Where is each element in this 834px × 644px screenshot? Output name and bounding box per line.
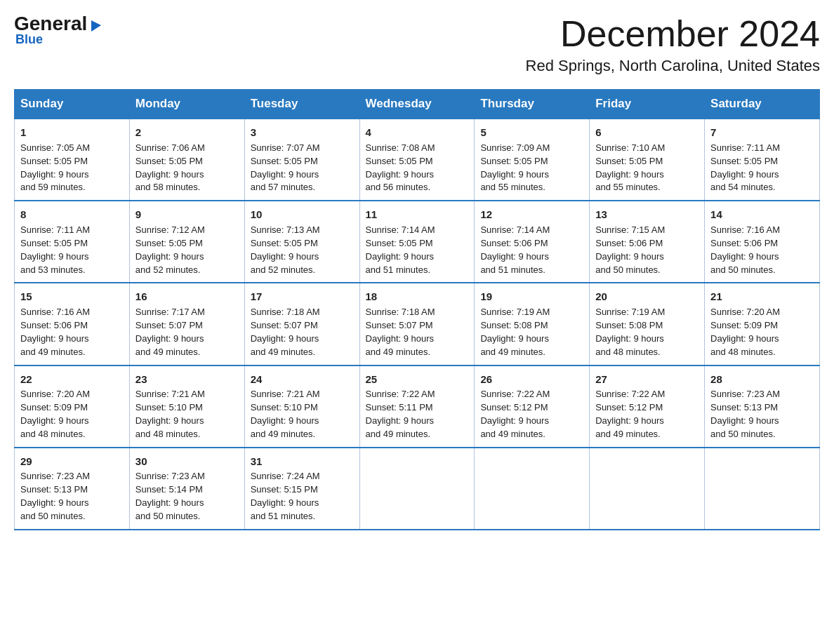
day-number: 30: [135, 454, 239, 469]
calendar-week-row: 22Sunrise: 7:20 AM Sunset: 5:09 PM Dayli…: [15, 365, 820, 448]
day-info: Sunrise: 7:21 AM Sunset: 5:10 PM Dayligh…: [251, 388, 354, 441]
calendar-cell: 11Sunrise: 7:14 AM Sunset: 5:05 PM Dayli…: [359, 201, 475, 283]
day-number: 1: [20, 125, 124, 140]
day-info: Sunrise: 7:15 AM Sunset: 5:06 PM Dayligh…: [595, 224, 699, 276]
calendar-cell: 21Sunrise: 7:20 AM Sunset: 5:09 PM Dayli…: [705, 283, 820, 365]
calendar-cell: [359, 448, 475, 530]
day-info: Sunrise: 7:16 AM Sunset: 5:06 PM Dayligh…: [20, 306, 124, 358]
day-info: Sunrise: 7:09 AM Sunset: 5:05 PM Dayligh…: [480, 142, 583, 194]
day-number: 14: [710, 207, 814, 222]
day-number: 8: [20, 207, 124, 222]
day-info: Sunrise: 7:21 AM Sunset: 5:10 PM Dayligh…: [135, 388, 239, 441]
page-header: General Blue December 2024 Red Springs, …: [14, 14, 820, 75]
day-info: Sunrise: 7:08 AM Sunset: 5:05 PM Dayligh…: [366, 142, 469, 194]
day-number: 4: [366, 125, 469, 140]
calendar-cell: 19Sunrise: 7:19 AM Sunset: 5:08 PM Dayli…: [475, 283, 590, 365]
day-number: 15: [20, 289, 124, 304]
calendar-cell: 23Sunrise: 7:21 AM Sunset: 5:10 PM Dayli…: [129, 365, 244, 448]
day-info: Sunrise: 7:17 AM Sunset: 5:07 PM Dayligh…: [135, 306, 239, 358]
calendar-header-tuesday: Tuesday: [244, 90, 359, 119]
calendar-cell: [475, 448, 590, 530]
logo-general: General: [14, 13, 87, 34]
day-info: Sunrise: 7:05 AM Sunset: 5:05 PM Dayligh…: [20, 142, 124, 194]
day-info: Sunrise: 7:23 AM Sunset: 5:13 PM Dayligh…: [710, 388, 814, 441]
calendar-cell: 12Sunrise: 7:14 AM Sunset: 5:06 PM Dayli…: [475, 201, 590, 283]
day-info: Sunrise: 7:22 AM Sunset: 5:12 PM Dayligh…: [595, 388, 699, 441]
calendar-week-row: 8Sunrise: 7:11 AM Sunset: 5:05 PM Daylig…: [15, 201, 820, 283]
calendar-cell: 26Sunrise: 7:22 AM Sunset: 5:12 PM Dayli…: [475, 365, 590, 448]
day-info: Sunrise: 7:18 AM Sunset: 5:07 PM Dayligh…: [366, 306, 469, 358]
day-number: 5: [480, 125, 583, 140]
logo-text: General: [14, 14, 104, 34]
day-number: 28: [710, 372, 814, 387]
title-section: December 2024 Red Springs, North Carolin…: [526, 14, 820, 75]
day-number: 9: [135, 207, 239, 222]
calendar-cell: 31Sunrise: 7:24 AM Sunset: 5:15 PM Dayli…: [244, 448, 359, 530]
calendar-cell: 24Sunrise: 7:21 AM Sunset: 5:10 PM Dayli…: [244, 365, 359, 448]
calendar-header-wednesday: Wednesday: [359, 90, 475, 119]
month-title: December 2024: [526, 14, 820, 54]
calendar-cell: 25Sunrise: 7:22 AM Sunset: 5:11 PM Dayli…: [359, 365, 475, 448]
calendar-week-row: 15Sunrise: 7:16 AM Sunset: 5:06 PM Dayli…: [15, 283, 820, 365]
calendar-header-thursday: Thursday: [475, 90, 590, 119]
calendar-cell: 30Sunrise: 7:23 AM Sunset: 5:14 PM Dayli…: [129, 448, 244, 530]
day-number: 6: [595, 125, 699, 140]
calendar-header-sunday: Sunday: [15, 90, 130, 119]
day-number: 2: [135, 125, 239, 140]
day-number: 12: [480, 207, 583, 222]
day-number: 10: [251, 207, 354, 222]
day-number: 27: [595, 372, 699, 387]
calendar-cell: 10Sunrise: 7:13 AM Sunset: 5:05 PM Dayli…: [244, 201, 359, 283]
day-number: 7: [710, 125, 814, 140]
day-number: 20: [595, 289, 699, 304]
day-number: 25: [366, 372, 469, 387]
day-info: Sunrise: 7:20 AM Sunset: 5:09 PM Dayligh…: [20, 388, 124, 441]
calendar-cell: 6Sunrise: 7:10 AM Sunset: 5:05 PM Daylig…: [590, 119, 705, 201]
day-number: 11: [366, 207, 469, 222]
logo: General Blue: [14, 14, 104, 47]
calendar-cell: 1Sunrise: 7:05 AM Sunset: 5:05 PM Daylig…: [15, 119, 130, 201]
day-number: 26: [480, 372, 583, 387]
calendar-header-saturday: Saturday: [705, 90, 820, 119]
calendar-week-row: 1Sunrise: 7:05 AM Sunset: 5:05 PM Daylig…: [15, 119, 820, 201]
day-info: Sunrise: 7:07 AM Sunset: 5:05 PM Dayligh…: [251, 142, 354, 194]
logo-sub: Blue: [15, 32, 43, 47]
day-info: Sunrise: 7:14 AM Sunset: 5:05 PM Dayligh…: [366, 224, 469, 276]
day-info: Sunrise: 7:22 AM Sunset: 5:11 PM Dayligh…: [366, 388, 469, 441]
day-info: Sunrise: 7:16 AM Sunset: 5:06 PM Dayligh…: [710, 224, 814, 276]
calendar-cell: 29Sunrise: 7:23 AM Sunset: 5:13 PM Dayli…: [15, 448, 130, 530]
day-number: 18: [366, 289, 469, 304]
calendar-week-row: 29Sunrise: 7:23 AM Sunset: 5:13 PM Dayli…: [15, 448, 820, 530]
day-info: Sunrise: 7:22 AM Sunset: 5:12 PM Dayligh…: [480, 388, 583, 441]
calendar-cell: 18Sunrise: 7:18 AM Sunset: 5:07 PM Dayli…: [359, 283, 475, 365]
day-number: 23: [135, 372, 239, 387]
day-number: 29: [20, 454, 124, 469]
day-info: Sunrise: 7:20 AM Sunset: 5:09 PM Dayligh…: [710, 306, 814, 358]
day-info: Sunrise: 7:10 AM Sunset: 5:05 PM Dayligh…: [595, 142, 699, 194]
day-info: Sunrise: 7:18 AM Sunset: 5:07 PM Dayligh…: [251, 306, 354, 358]
calendar-cell: 2Sunrise: 7:06 AM Sunset: 5:05 PM Daylig…: [129, 119, 244, 201]
day-number: 17: [251, 289, 354, 304]
calendar-cell: 28Sunrise: 7:23 AM Sunset: 5:13 PM Dayli…: [705, 365, 820, 448]
calendar-cell: 3Sunrise: 7:07 AM Sunset: 5:05 PM Daylig…: [244, 119, 359, 201]
day-info: Sunrise: 7:23 AM Sunset: 5:13 PM Dayligh…: [20, 470, 124, 523]
day-info: Sunrise: 7:14 AM Sunset: 5:06 PM Dayligh…: [480, 224, 583, 276]
day-info: Sunrise: 7:19 AM Sunset: 5:08 PM Dayligh…: [595, 306, 699, 358]
day-info: Sunrise: 7:19 AM Sunset: 5:08 PM Dayligh…: [480, 306, 583, 358]
day-number: 16: [135, 289, 239, 304]
day-info: Sunrise: 7:23 AM Sunset: 5:14 PM Dayligh…: [135, 470, 239, 523]
day-info: Sunrise: 7:11 AM Sunset: 5:05 PM Dayligh…: [20, 224, 124, 276]
calendar-cell: 27Sunrise: 7:22 AM Sunset: 5:12 PM Dayli…: [590, 365, 705, 448]
calendar-cell: 5Sunrise: 7:09 AM Sunset: 5:05 PM Daylig…: [475, 119, 590, 201]
location-title: Red Springs, North Carolina, United Stat…: [526, 57, 820, 75]
calendar-cell: 15Sunrise: 7:16 AM Sunset: 5:06 PM Dayli…: [15, 283, 130, 365]
day-number: 3: [251, 125, 354, 140]
day-info: Sunrise: 7:06 AM Sunset: 5:05 PM Dayligh…: [135, 142, 239, 194]
day-number: 24: [251, 372, 354, 387]
day-number: 19: [480, 289, 583, 304]
day-info: Sunrise: 7:11 AM Sunset: 5:05 PM Dayligh…: [710, 142, 814, 194]
day-number: 31: [251, 454, 354, 469]
calendar-header-row: SundayMondayTuesdayWednesdayThursdayFrid…: [15, 90, 820, 119]
day-info: Sunrise: 7:24 AM Sunset: 5:15 PM Dayligh…: [251, 470, 354, 523]
calendar-cell: 9Sunrise: 7:12 AM Sunset: 5:05 PM Daylig…: [129, 201, 244, 283]
